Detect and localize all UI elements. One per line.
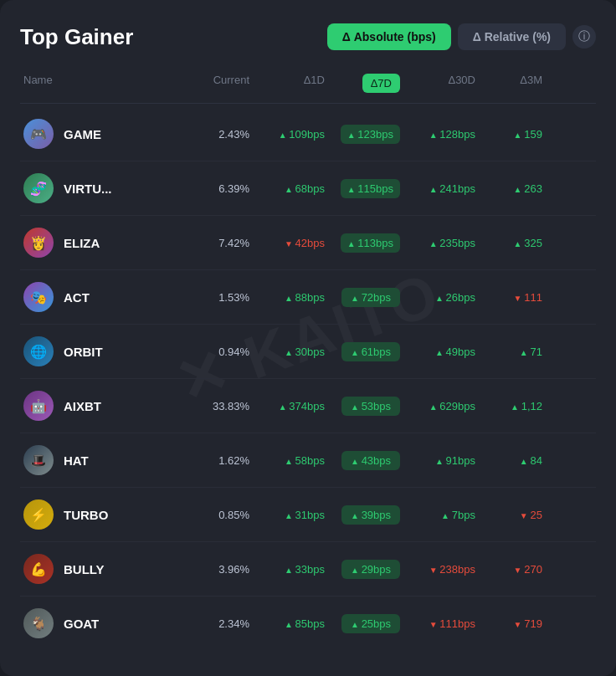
avatar-game: 🎮 [23,119,54,149]
avatar-eliza: 👸 [23,228,54,258]
cell-d7-eliza: 113bps [325,233,400,253]
cell-d30-goat: 111bps [400,617,475,630]
cell-d30-bully: 238bps [400,563,475,576]
avatar-act: 🎭 [23,282,54,312]
avatar-orbit: 🌐 [23,336,54,366]
cell-current-bully: 3.96% [174,563,249,576]
cell-d7-turbo: 39bps [325,505,400,525]
cell-d3m-orbit: 71 [475,346,542,358]
name-cell-orbit: 🌐 ORBIT [23,336,174,366]
cell-d1-turbo: 31bps [249,509,325,521]
absolute-toggle[interactable]: Δ Absolute (bps) [327,23,451,50]
avatar-bully: 💪 [23,554,54,584]
token-name-virtu: VIRTU... [64,182,112,196]
cell-current-turbo: 0.85% [174,509,249,521]
name-cell-goat: 🐐 GOAT [23,608,174,638]
cell-d30-orbit: 49bps [400,346,475,358]
table-row[interactable]: 🐐 GOAT 2.34% 85bps 25bps 111bps 719 [20,597,596,650]
cell-d30-hat: 91bps [400,454,475,467]
cell-d3m-aixbt: 1,12 [475,400,542,412]
col-header-d30: Δ30D [400,74,475,93]
table-body: 🎮 GAME 2.43% 109bps 123bps 128bps 159 🧬 … [20,107,596,650]
cell-d30-aixbt: 629bps [400,400,475,412]
cell-d30-turbo: 7bps [400,509,475,521]
cell-d7-orbit: 61bps [325,342,400,361]
table-row[interactable]: 🎩 HAT 1.62% 58bps 43bps 91bps 84 [20,433,596,488]
top-gainer-card: ✕ KAITO Top Gainer Δ Absolute (bps) Δ Re… [0,0,616,676]
cell-d30-virtu: 241bps [400,182,475,195]
cell-d1-aixbt: 374bps [249,400,325,412]
cell-d7-goat: 25bps [325,614,400,633]
table-row[interactable]: 🧬 VIRTU... 6.39% 68bps 115bps 241bps 263 [20,161,596,216]
cell-d7-hat: 43bps [325,451,400,470]
token-name-hat: HAT [64,453,89,468]
table-row[interactable]: ⚡ TURBO 0.85% 31bps 39bps 7bps 25 [20,488,596,542]
table-row[interactable]: 🤖 AIXBT 33.83% 374bps 53bps 629bps 1,12 [20,379,596,433]
name-cell-game: 🎮 GAME [23,119,174,149]
cell-d30-game: 128bps [400,128,475,141]
name-cell-virtu: 🧬 VIRTU... [23,173,174,203]
info-icon[interactable]: ⓘ [572,25,596,49]
cell-d3m-turbo: 25 [475,509,542,521]
col-header-name: Name [23,74,174,93]
cell-current-orbit: 0.94% [174,346,249,358]
name-cell-turbo: ⚡ TURBO [23,499,174,530]
cell-d3m-bully: 270 [475,563,542,576]
cell-d3m-goat: 719 [475,617,542,630]
token-name-bully: BULLY [64,562,105,576]
token-name-turbo: TURBO [64,508,108,522]
cell-current-goat: 2.34% [174,617,249,630]
cell-d1-goat: 85bps [249,617,325,630]
cell-d30-act: 26bps [400,291,475,304]
cell-current-eliza: 7.42% [174,237,249,249]
table-header: Name Current Δ1D Δ7D Δ30D Δ3M [20,74,596,104]
cell-d30-eliza: 235bps [400,237,475,249]
cell-d3m-act: 111 [475,291,542,304]
cell-d3m-eliza: 325 [475,237,542,249]
table-row[interactable]: 🎮 GAME 2.43% 109bps 123bps 128bps 159 [20,107,596,161]
card-header: Top Gainer Δ Absolute (bps) Δ Relative (… [20,23,596,50]
cell-d3m-virtu: 263 [475,182,542,195]
table-row[interactable]: 💪 BULLY 3.96% 33bps 29bps 238bps 270 [20,542,596,597]
cell-d1-orbit: 30bps [249,346,325,358]
name-cell-hat: 🎩 HAT [23,445,174,475]
cell-d7-game: 123bps [325,125,400,144]
token-name-game: GAME [64,127,101,141]
name-cell-bully: 💪 BULLY [23,554,174,584]
token-name-aixbt: AIXBT [64,399,101,413]
cell-current-aixbt: 33.83% [174,400,249,412]
cell-d1-eliza: 42bps [249,237,325,249]
table-row[interactable]: 👸 ELIZA 7.42% 42bps 113bps 235bps 325 [20,216,596,270]
cell-d7-virtu: 115bps [325,179,400,198]
token-name-eliza: ELIZA [64,236,100,250]
table-row[interactable]: 🌐 ORBIT 0.94% 30bps 61bps 49bps 71 [20,325,596,379]
data-table: Name Current Δ1D Δ7D Δ30D Δ3M 🎮 GAME 2.4… [20,74,596,650]
col-header-d7: Δ7D [325,74,400,93]
cell-current-act: 1.53% [174,291,249,304]
cell-current-hat: 1.62% [174,454,249,467]
cell-d1-bully: 33bps [249,563,325,576]
cell-d7-aixbt: 53bps [325,397,400,416]
avatar-hat: 🎩 [23,445,54,475]
token-name-act: ACT [64,290,90,305]
cell-d3m-hat: 84 [475,454,542,467]
cell-d7-act: 72bps [325,288,400,307]
cell-d1-game: 109bps [249,128,325,141]
cell-d1-hat: 58bps [249,454,325,467]
table-row[interactable]: 🎭 ACT 1.53% 88bps 72bps 26bps 111 [20,270,596,325]
token-name-orbit: ORBIT [64,345,103,359]
avatar-aixbt: 🤖 [23,391,54,421]
avatar-turbo: ⚡ [23,499,54,530]
token-name-goat: GOAT [64,617,99,631]
card-title: Top Gainer [20,24,133,50]
cell-current-game: 2.43% [174,128,249,141]
name-cell-eliza: 👸 ELIZA [23,228,174,258]
cell-d7-bully: 29bps [325,560,400,579]
avatar-goat: 🐐 [23,608,54,638]
avatar-virtu: 🧬 [23,173,54,203]
cell-d1-act: 88bps [249,291,325,304]
relative-toggle[interactable]: Δ Relative (%) [458,23,566,50]
name-cell-act: 🎭 ACT [23,282,174,312]
cell-d1-virtu: 68bps [249,182,325,195]
cell-current-virtu: 6.39% [174,182,249,195]
